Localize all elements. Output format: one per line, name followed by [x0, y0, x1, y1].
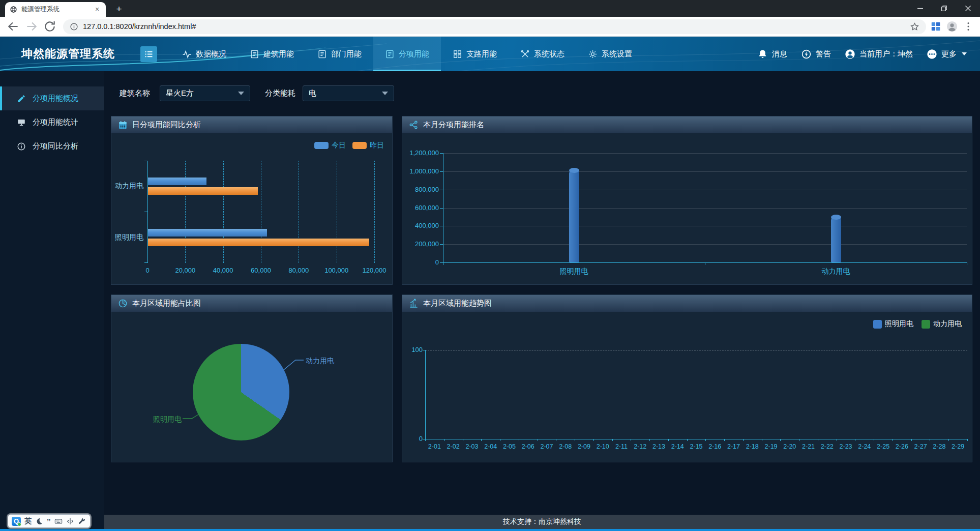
axis-tick	[799, 439, 799, 441]
minimize-button[interactable]	[908, 0, 932, 17]
sidebar-item[interactable]: 分项用能统计	[0, 110, 104, 134]
nav-item[interactable]: 支路用能	[441, 37, 509, 71]
maximize-button[interactable]	[932, 0, 956, 17]
axis-tick	[425, 439, 426, 441]
grid-line	[443, 190, 967, 190]
bar-昨日	[148, 239, 369, 246]
address-bar[interactable]: 127.0.0.1:8020/krznnh/index.html#	[63, 19, 926, 34]
extension-icon[interactable]	[930, 21, 941, 32]
forward-icon[interactable]	[25, 20, 38, 33]
bar-今日	[148, 178, 206, 185]
legend-item[interactable]: 照明用电	[873, 319, 913, 329]
y-axis-label: 800,000	[402, 186, 439, 193]
nav-item[interactable]: 分项用能	[373, 37, 441, 71]
nav-item[interactable]: 系统状态	[509, 37, 576, 71]
legend-item[interactable]: 昨日	[352, 141, 384, 150]
profile-avatar-icon[interactable]	[946, 21, 958, 32]
browser-tab[interactable]: 能源管理系统 ×	[5, 2, 106, 17]
messages-button[interactable]: 消息	[757, 49, 787, 60]
refresh-icon[interactable]	[43, 20, 56, 33]
panel-area-share: 本月区域用能占比图 动力用电照明用电	[111, 294, 393, 462]
pie-icon	[118, 299, 128, 308]
x-axis-label: 2-18	[746, 443, 759, 450]
more-button[interactable]: 更多	[927, 49, 967, 60]
panel-monthly-ranking: 本月分项用能排名 0200,000400,000600,000800,0001,…	[402, 116, 972, 285]
keyboard-icon[interactable]	[54, 517, 63, 525]
legend-item[interactable]: 今日	[314, 141, 346, 150]
energy-type-label: 分类能耗	[265, 88, 295, 98]
wrench-icon[interactable]	[78, 517, 86, 525]
nav-right: 消息 警告 当前用户：坤然 更多	[757, 37, 967, 71]
panel-title: 本月分项用能排名	[423, 120, 484, 130]
new-tab-button[interactable]: +	[113, 4, 125, 16]
pencil-icon	[17, 94, 26, 103]
toolbar-split-icon[interactable]	[66, 517, 74, 525]
chart-legend: 照明用电动力用电	[873, 319, 962, 329]
nav-item-label: 系统设置	[602, 49, 632, 59]
axis-tick	[818, 439, 818, 441]
legend-label: 昨日	[370, 141, 384, 150]
nav-item-label: 建筑用能	[263, 49, 294, 59]
x-axis-label: 2-02	[447, 443, 460, 450]
hamburger-menu-icon[interactable]	[140, 46, 157, 62]
x-axis-label: 2-16	[708, 443, 721, 450]
x-axis-label: 0	[145, 267, 149, 274]
alerts-label: 警告	[816, 49, 831, 59]
axis-tick	[855, 439, 855, 441]
back-icon[interactable]	[7, 20, 20, 33]
y-axis-label: 1,000,000	[402, 167, 439, 175]
y-axis-label: 200,000	[402, 240, 439, 248]
panel-header: 日分项用能同比分析	[111, 116, 392, 133]
nav-item[interactable]: 系统设置	[576, 37, 644, 71]
bookmark-star-icon[interactable]	[910, 22, 919, 32]
category-label: 动力用电	[113, 182, 143, 191]
close-window-button[interactable]	[956, 0, 980, 17]
panel-title: 日分项用能同比分析	[132, 120, 201, 130]
bar-动力用电	[831, 215, 841, 262]
area-share-pie-chart: 动力用电照明用电	[111, 312, 392, 462]
pie-chart	[193, 344, 289, 440]
toolbar-right	[930, 21, 974, 32]
bar-照明用电	[569, 168, 579, 262]
chart-legend: 今日昨日	[314, 141, 384, 150]
axis-tick	[780, 439, 781, 441]
legend-swatch	[352, 142, 367, 149]
category-label: 照明用电	[113, 233, 143, 242]
axis-tick	[443, 262, 443, 265]
nav-item[interactable]: 部门用能	[306, 37, 373, 71]
axis-tick	[762, 439, 762, 441]
moon-icon[interactable]	[35, 517, 43, 525]
bottom-edge-strip	[0, 529, 980, 531]
nav-item[interactable]: 数据概况	[170, 37, 238, 71]
axis-tick	[144, 161, 147, 161]
alerts-button[interactable]: 警告	[801, 49, 831, 60]
sidebar: 分项用能概况分项用能统计分项同比分析	[0, 71, 104, 529]
x-axis-label: 40,000	[213, 267, 233, 274]
y-axis-label: 100	[402, 346, 423, 353]
legend-label: 今日	[332, 141, 346, 150]
energy-type-select[interactable]: 电	[303, 85, 394, 101]
ime-mode-toggle[interactable]: 英	[24, 517, 32, 526]
close-icon[interactable]: ×	[93, 6, 101, 14]
x-axis-label: 60,000	[251, 267, 271, 274]
legend-item[interactable]: 动力用电	[922, 319, 962, 329]
ime-logo-icon[interactable]: Q	[12, 517, 21, 526]
sidebar-item[interactable]: 分项用能概况	[0, 86, 104, 110]
sidebar-item[interactable]: 分项同比分析	[0, 134, 104, 158]
kebab-menu-icon[interactable]	[963, 21, 974, 32]
pie-slice-label: 照明用电	[152, 415, 182, 424]
x-axis-label: 2-13	[652, 443, 665, 450]
alert-lightning-icon	[801, 49, 812, 60]
chevron-down-icon	[382, 92, 388, 95]
x-axis-label: 2-04	[484, 443, 497, 450]
punctuation-icon[interactable]: ’’	[47, 519, 51, 524]
nav-item[interactable]: 建筑用能	[238, 37, 306, 71]
grid-line	[443, 208, 967, 209]
main-content: 建筑名称 星火E方 分类能耗 电 日分项用能同比分析 今日昨日020,00040…	[104, 71, 980, 529]
grid-line	[337, 161, 337, 263]
building-name-select[interactable]: 星火E方	[160, 85, 250, 101]
current-user-button[interactable]: 当前用户：坤然	[845, 49, 913, 60]
axis-tick	[893, 439, 893, 441]
info-icon[interactable]	[70, 22, 78, 31]
chevron-down-icon	[962, 52, 967, 55]
